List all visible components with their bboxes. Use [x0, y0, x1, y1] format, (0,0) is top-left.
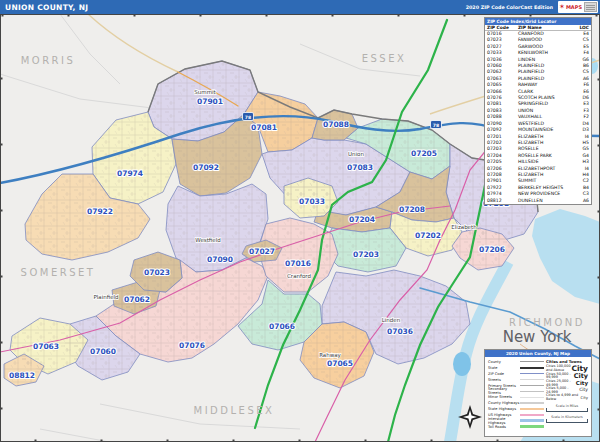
- zip-label-07088: 07088: [323, 120, 349, 129]
- legend-line-sample: [520, 391, 544, 392]
- map-canvas: MORRISESSEXSOMERSETMIDDLESEXRICHMONDNew …: [0, 14, 600, 442]
- zip-label-07023: 07023: [144, 268, 170, 277]
- city-label: Westfield: [195, 237, 220, 243]
- map-title: UNION COUNTY, NJ: [5, 3, 88, 12]
- zip-label-07036: 07036: [387, 327, 413, 336]
- logo-star-icon: ✶: [559, 4, 565, 11]
- edition-label: 2020 ZIP Code ColorCast Edition: [466, 5, 553, 10]
- legend-line-items: CountyStateZIP CodeStreetsPrimary Street…: [488, 359, 544, 430]
- zip-label-07033: 07033: [299, 197, 325, 206]
- scale-bar: Scale in Miles: [546, 404, 588, 412]
- interstate-shield-number: 78: [433, 123, 439, 128]
- legend-panel: 2020 Union County, NJ Map CountyStateZIP…: [484, 349, 592, 437]
- zip-index-table: ZIP CodeZIP NameLOC 07016CRANFORDE407023…: [485, 25, 591, 204]
- zip-label-07974: 07974: [117, 169, 143, 178]
- zip-label-07065: 07065: [327, 359, 353, 368]
- logo-text: MAPS: [566, 4, 582, 10]
- zip-index-title: ZIP Code Index/Grid Locator: [485, 18, 591, 25]
- legend-line-sample: [520, 367, 544, 369]
- legend-line-sample: [520, 397, 544, 398]
- legend-line-sample: [520, 425, 544, 428]
- city-class-sample: City: [576, 381, 588, 387]
- legend-line-sample: [520, 402, 544, 404]
- city-label: Plainfield: [93, 294, 118, 300]
- city-label: Elizabeth: [451, 224, 477, 230]
- legend-cities: Cities and Towns Cities 100,000 and Abov…: [544, 359, 588, 430]
- zip-label-07205: 07205: [411, 149, 437, 158]
- scale-bar-line: [546, 419, 588, 423]
- zip-label-07092: 07092: [193, 163, 219, 172]
- zip-label-07090: 07090: [207, 255, 233, 264]
- zip-label-07206: 07206: [479, 245, 505, 254]
- city-class-sample: City: [574, 373, 588, 380]
- county-label: MIDDLESEX: [194, 405, 275, 416]
- city-class-sample: City: [581, 396, 588, 400]
- scale-bar: Scale in Kilometers: [546, 415, 588, 423]
- city-label: Summit: [194, 89, 216, 95]
- zip-label-07027: 07027: [249, 247, 275, 256]
- zip-label-07081: 07081: [251, 123, 277, 132]
- county-label: ESSEX: [362, 53, 407, 64]
- county-label: MORRIS: [21, 55, 76, 66]
- zip-label-07063: 07063: [33, 342, 59, 351]
- zip-label-07203: 07203: [353, 250, 379, 259]
- zip-label-07922: 07922: [87, 207, 113, 216]
- zip-label-07016: 07016: [285, 259, 311, 268]
- zip-label-07204: 07204: [349, 215, 375, 224]
- legend-line-sample: [520, 419, 544, 422]
- interstate-shield-number: 78: [245, 115, 251, 120]
- title-bar: UNION COUNTY, NJ 2020 ZIP Code ColorCast…: [0, 0, 600, 14]
- county-label: RICHMOND: [509, 317, 585, 328]
- scale-bar-line: [546, 408, 588, 412]
- city-label: Union: [348, 151, 364, 157]
- legend-line-sample: [520, 408, 544, 410]
- zip-label-07208: 07208: [399, 205, 425, 214]
- city-label: Linden: [382, 317, 401, 323]
- state-label: New York: [503, 328, 572, 346]
- city-label: Rahway: [319, 352, 341, 359]
- legend-line-sample: [520, 385, 544, 386]
- legend-line-sample: [520, 361, 544, 362]
- zip-label-07083: 07083: [347, 163, 373, 172]
- zip-index-panel: ZIP Code Index/Grid Locator ZIP CodeZIP …: [484, 17, 592, 205]
- legend-line-sample: [520, 414, 544, 416]
- city-class-sample: City: [579, 388, 588, 393]
- zip-label-07062: 07062: [124, 295, 150, 304]
- zip-label-08812: 08812: [9, 371, 35, 380]
- legend-line-sample: [520, 379, 544, 380]
- logo-fine-print: [584, 2, 597, 12]
- legend-line-sample: [520, 373, 544, 374]
- county-label: SOMERSET: [21, 267, 96, 278]
- zip-index-row: 07016CRANFORDE4: [485, 31, 591, 38]
- zip-index-row: 08812DUNELLENA6: [485, 198, 591, 204]
- publisher-logo: ✶ MAPS: [558, 1, 598, 13]
- city-class-row: Cities to 4,999 and BelowCity: [546, 394, 588, 401]
- legend-title: 2020 Union County, NJ Map: [485, 350, 591, 357]
- map-document: UNION COUNTY, NJ 2020 ZIP Code ColorCast…: [0, 0, 600, 442]
- city-label: Cranford: [287, 273, 311, 279]
- zip-label-07060: 07060: [90, 347, 116, 356]
- zip-label-07076: 07076: [179, 341, 205, 350]
- compass-rose-icon: [458, 405, 482, 429]
- zip-label-07066: 07066: [269, 322, 295, 331]
- zip-label-07202: 07202: [415, 231, 441, 240]
- zip-label-07901: 07901: [197, 97, 223, 106]
- legend-item: Toll Roads: [488, 424, 544, 430]
